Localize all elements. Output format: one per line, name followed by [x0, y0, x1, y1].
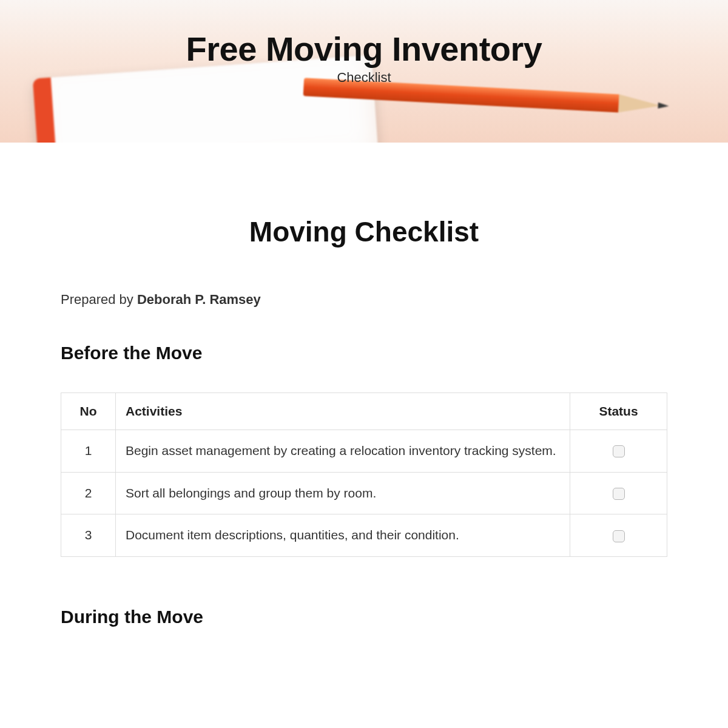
prepared-by-label: Prepared by [61, 292, 137, 307]
checkbox-icon[interactable] [613, 488, 625, 500]
cell-status [570, 514, 667, 557]
cell-activity: Document item descriptions, quantities, … [116, 514, 570, 557]
checkbox-icon[interactable] [613, 530, 625, 542]
column-header-no: No [61, 393, 116, 430]
hero-title: Free Moving Inventory [0, 29, 728, 69]
prepared-by-line: Prepared by Deborah P. Ramsey [61, 292, 667, 308]
cell-status [570, 430, 667, 473]
cell-no: 3 [61, 514, 116, 557]
cell-no: 2 [61, 472, 116, 514]
table-row: 3 Document item descriptions, quantities… [61, 514, 667, 557]
hero-banner: Free Moving Inventory Checklist [0, 0, 728, 143]
table-row: 1 Begin asset management by creating a r… [61, 430, 667, 473]
document-title: Moving Checklist [61, 215, 667, 248]
table-row: 2 Sort all belongings and group them by … [61, 472, 667, 514]
table-header-row: No Activities Status [61, 393, 667, 430]
prepared-by-name: Deborah P. Ramsey [137, 292, 261, 307]
cell-activity: Sort all belongings and group them by ro… [116, 472, 570, 514]
cell-no: 1 [61, 430, 116, 473]
checkbox-icon[interactable] [613, 445, 625, 457]
section-heading-during: During the Move [61, 607, 667, 627]
hero-subtitle: Checklist [0, 70, 728, 86]
column-header-activities: Activities [116, 393, 570, 430]
before-move-table: No Activities Status 1 Begin asset manag… [61, 393, 667, 557]
section-heading-before: Before the Move [61, 343, 667, 363]
column-header-status: Status [570, 393, 667, 430]
cell-activity: Begin asset management by creating a rel… [116, 430, 570, 473]
cell-status [570, 472, 667, 514]
